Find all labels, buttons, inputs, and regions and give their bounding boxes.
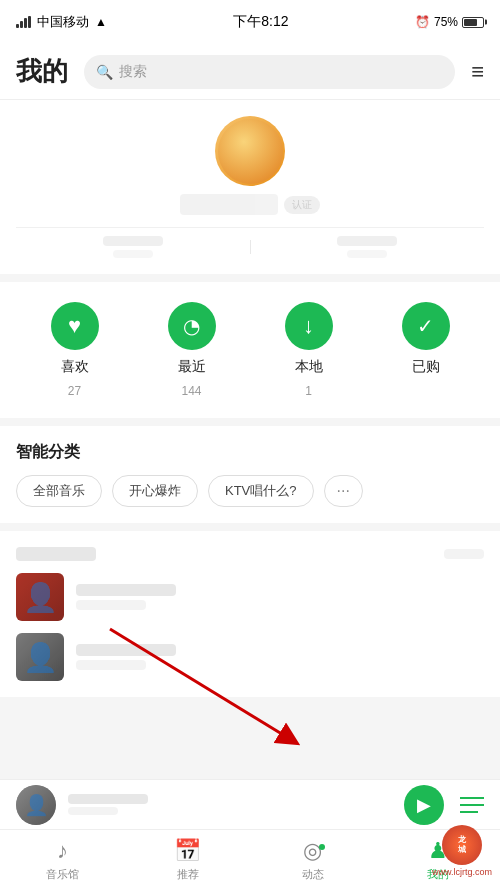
watermark-site: www.lcjrtg.com (432, 867, 492, 877)
stat-following-label (337, 236, 397, 246)
song-artist-2 (76, 660, 146, 670)
bottom-player: 👤 ▶ (0, 779, 500, 829)
bottom-nav: ♪ 音乐馆 📅 推荐 ◎ 动态 ♟ 我的 (0, 829, 500, 889)
action-like-count: 27 (68, 384, 81, 398)
song-thumbnail-2: 👤 (16, 633, 64, 681)
signal-icon (16, 16, 31, 28)
battery-label: 75% (434, 15, 458, 29)
list-item[interactable]: 👤 (16, 573, 484, 621)
music-hall-icon: ♪ (57, 838, 68, 864)
stat-following (251, 236, 485, 258)
username-row: 认证 (180, 194, 320, 215)
player-thumbnail: 👤 (16, 785, 56, 825)
section-title (16, 547, 96, 561)
tag-happy-explode[interactable]: 开心爆炸 (112, 475, 198, 507)
list-item[interactable]: 👤 (16, 633, 484, 681)
section-action (444, 549, 484, 559)
action-like-label: 喜欢 (61, 358, 89, 376)
tag-ktv[interactable]: KTV唱什么? (208, 475, 314, 507)
check-icon: ✓ (402, 302, 450, 350)
tag-more[interactable]: ··· (324, 475, 363, 507)
smart-categories: 智能分类 全部音乐 开心爆炸 KTV唱什么? ··· (0, 426, 500, 523)
quick-actions: ♥ 喜欢 27 ◔ 最近 144 ↓ 本地 1 ✓ 已购 (0, 282, 500, 418)
recommend-icon: 📅 (174, 838, 201, 864)
status-time: 下午8:12 (233, 13, 288, 31)
stat-fans-value (113, 250, 153, 258)
recent-section: 👤 👤 (0, 531, 500, 697)
nav-label-dynamic: 动态 (302, 867, 324, 882)
song-thumbnail-1: 👤 (16, 573, 64, 621)
vip-badge: 认证 (284, 196, 320, 214)
carrier-label: 中国移动 (37, 13, 89, 31)
profile-section: 认证 (0, 100, 500, 274)
nav-dot-dynamic (319, 844, 325, 850)
stats-row (16, 227, 484, 258)
category-tags: 全部音乐 开心爆炸 KTV唱什么? ··· (16, 475, 484, 507)
player-artist (68, 807, 118, 815)
battery-icon (462, 17, 484, 28)
song-name-1 (76, 584, 176, 596)
dynamic-icon: ◎ (303, 838, 322, 864)
action-like[interactable]: ♥ 喜欢 27 (51, 302, 99, 398)
alarm-icon: ⏰ (415, 15, 430, 29)
wifi-icon: ▲ (95, 15, 107, 29)
status-right: ⏰ 75% (415, 15, 484, 29)
song-name-2 (76, 644, 176, 656)
nav-label-music-hall: 音乐馆 (46, 867, 79, 882)
tag-all-music[interactable]: 全部音乐 (16, 475, 102, 507)
action-local[interactable]: ↓ 本地 1 (285, 302, 333, 398)
avatar[interactable] (215, 116, 285, 186)
song-list: 👤 👤 (16, 573, 484, 681)
content-scroll[interactable]: 认证 ♥ 喜欢 27 ◔ 最近 144 (0, 100, 500, 829)
search-placeholder: 搜索 (119, 63, 147, 81)
download-icon: ↓ (285, 302, 333, 350)
watermark-logo: 龙城 (442, 825, 482, 865)
nav-item-dynamic[interactable]: ◎ 动态 (250, 838, 375, 882)
song-info-2 (76, 644, 484, 670)
stat-fans (16, 236, 250, 258)
action-local-count: 1 (305, 384, 312, 398)
playlist-icon[interactable] (460, 795, 484, 815)
play-button[interactable]: ▶ (404, 785, 444, 825)
status-bar: 中国移动 ▲ 下午8:12 ⏰ 75% (0, 0, 500, 44)
action-bought[interactable]: ✓ 已购 (402, 302, 450, 398)
player-controls: ▶ (404, 785, 484, 825)
nav-item-recommend[interactable]: 📅 推荐 (125, 838, 250, 882)
nav-item-music-hall[interactable]: ♪ 音乐馆 (0, 838, 125, 882)
watermark: 龙城 www.lcjrtg.com (432, 825, 492, 877)
action-recent[interactable]: ◔ 最近 144 (168, 302, 216, 398)
song-artist-1 (76, 600, 146, 610)
action-bought-label: 已购 (412, 358, 440, 376)
search-icon: 🔍 (96, 64, 113, 80)
stat-fans-label (103, 236, 163, 246)
smart-categories-title: 智能分类 (16, 442, 484, 463)
song-info-1 (76, 584, 484, 610)
search-bar[interactable]: 🔍 搜索 (84, 55, 455, 89)
action-local-label: 本地 (295, 358, 323, 376)
player-song-name (68, 794, 148, 804)
status-left: 中国移动 ▲ (16, 13, 107, 31)
header: 我的 🔍 搜索 ≡ (0, 44, 500, 100)
clock-icon: ◔ (168, 302, 216, 350)
section-header (16, 547, 484, 561)
stat-following-value (347, 250, 387, 258)
menu-icon[interactable]: ≡ (471, 59, 484, 85)
nav-label-recommend: 推荐 (177, 867, 199, 882)
heart-icon: ♥ (51, 302, 99, 350)
page-title: 我的 (16, 54, 68, 89)
action-recent-count: 144 (181, 384, 201, 398)
action-recent-label: 最近 (178, 358, 206, 376)
username-label (180, 194, 278, 215)
player-info (56, 794, 404, 815)
